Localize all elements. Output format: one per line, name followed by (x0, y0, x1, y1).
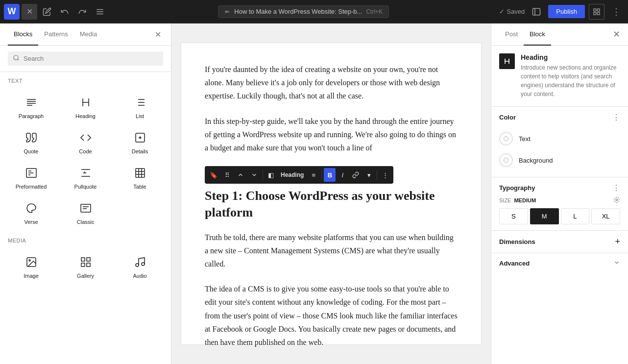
toolbar-divider-1 (263, 170, 263, 180)
svg-rect-3 (533, 8, 540, 15)
size-l-button[interactable]: L (561, 208, 590, 224)
block-info-desc: Introduce new sections and organize cont… (521, 63, 620, 98)
color-section-header: Color ⋮ (499, 113, 620, 122)
block-item-preformatted[interactable]: Preformatted (4, 159, 58, 194)
publish-button[interactable]: Publish (548, 5, 585, 18)
settings-button[interactable] (589, 4, 604, 20)
right-sidebar-close-button[interactable]: ✕ (613, 29, 620, 40)
url-bar[interactable]: ✒ How to Make a WordPress Website: Step-… (218, 5, 389, 18)
block-item-table[interactable]: Table (113, 159, 167, 194)
search-input[interactable] (24, 55, 158, 62)
toolbar-divider-2 (321, 170, 322, 180)
table-icon (131, 164, 149, 182)
url-bar-shortcut: Ctrl+K (366, 8, 383, 15)
toolbar-move-down-button[interactable] (248, 168, 261, 182)
toolbar-align-text-button[interactable]: ≡ (308, 168, 319, 182)
preformatted-label: Preformatted (16, 184, 47, 190)
block-item-heading[interactable]: Heading (58, 89, 113, 124)
block-item-code[interactable]: Code (58, 124, 113, 159)
svg-rect-30 (136, 169, 145, 177)
color-more-button[interactable]: ⋮ (612, 113, 620, 122)
block-item-details[interactable]: Details (113, 124, 167, 159)
block-item-image[interactable]: Image (4, 248, 58, 284)
heading-label: Heading (75, 113, 96, 119)
size-toggle-row: S M L XL (499, 208, 620, 224)
editor-heading[interactable]: Step 1: Choose WordPress as your website… (205, 188, 458, 221)
left-sidebar: Blocks Patterns Media ✕ TEXT Paragraph (0, 24, 171, 364)
verse-label: Verse (24, 219, 38, 225)
tab-media[interactable]: Media (74, 24, 103, 46)
list-label: List (136, 113, 144, 119)
advanced-title: Advanced (499, 260, 530, 267)
size-xl-button[interactable]: XL (591, 208, 620, 224)
dimensions-add-button[interactable]: + (615, 237, 620, 247)
toolbar-drag-button[interactable]: ⠿ (221, 168, 233, 182)
typography-title: Typography (499, 184, 535, 192)
quote-label: Quote (24, 148, 39, 154)
block-item-list[interactable]: List (113, 89, 167, 124)
classic-label: Classic (77, 219, 94, 225)
top-toolbar: W ✕ ✒ How to Make a WordPress Website: S… (0, 0, 628, 24)
block-info-icon (499, 53, 515, 69)
close-button[interactable]: ✕ (22, 4, 37, 20)
right-tab-post[interactable]: Post (499, 24, 524, 46)
toolbar-h2-button[interactable]: Heading (278, 168, 307, 182)
undo-button[interactable] (57, 4, 72, 20)
advanced-section[interactable]: Advanced (491, 253, 628, 273)
size-s-button[interactable]: S (499, 208, 528, 224)
toolbar-bold-button[interactable]: B (324, 168, 336, 182)
editor-area: If you're daunted by the idea of creatin… (171, 24, 491, 364)
audio-label: Audio (133, 273, 146, 279)
audio-icon (131, 253, 149, 271)
svg-line-10 (18, 59, 19, 61)
color-option-text[interactable]: Text (499, 128, 620, 149)
toolbar-link-button[interactable] (349, 168, 362, 182)
list-view-button[interactable] (92, 4, 108, 20)
list-icon (131, 94, 149, 111)
view-button[interactable] (529, 4, 544, 20)
block-item-paragraph[interactable]: Paragraph (4, 89, 58, 124)
block-item-pullquote[interactable]: Pullquote (58, 159, 113, 194)
details-icon (131, 129, 149, 146)
pullquote-icon (77, 164, 95, 182)
details-label: Details (132, 148, 148, 154)
color-option-background[interactable]: Background (499, 149, 620, 171)
heading-toolbar: 🔖 ⠿ ◧ Heading ≡ B I (205, 166, 393, 184)
sidebar-close-button[interactable]: ✕ (153, 28, 163, 41)
toolbar-italic-button[interactable]: I (337, 168, 348, 182)
block-item-verse[interactable]: Verse (4, 194, 58, 230)
url-bar-icon: ✒ (224, 8, 230, 16)
block-info-panel: Heading Introduce new sections and organ… (491, 46, 628, 107)
typography-more-button[interactable]: ⋮ (612, 183, 620, 193)
block-item-classic[interactable]: Classic (58, 194, 113, 230)
size-value-text: MEDIUM (514, 197, 536, 203)
svg-point-47 (504, 158, 508, 163)
size-settings-icon[interactable] (613, 196, 620, 204)
paragraph-icon (23, 94, 40, 111)
url-bar-text: How to Make a WordPress Website: Step-b.… (234, 8, 362, 15)
toolbar-more-button[interactable]: ⋮ (379, 168, 391, 182)
right-tab-block[interactable]: Block (524, 24, 551, 46)
redo-button[interactable] (74, 4, 90, 20)
block-item-audio[interactable]: Audio (113, 248, 167, 284)
block-item-quote[interactable]: Quote (4, 124, 58, 159)
tab-blocks[interactable]: Blocks (8, 24, 38, 46)
paragraph-4: The idea of a CMS is to give you some ea… (205, 282, 458, 349)
toolbar-align-button[interactable]: ◧ (265, 168, 277, 182)
more-options-button[interactable]: ⋮ (608, 4, 624, 20)
svg-rect-5 (594, 9, 596, 11)
tab-patterns[interactable]: Patterns (38, 24, 73, 46)
right-sidebar-tabs: Post Block ✕ (491, 24, 628, 46)
toolbar-move-button[interactable] (234, 168, 247, 182)
toolbar-chevron-button[interactable]: ▾ (363, 168, 375, 182)
svg-rect-43 (87, 263, 90, 267)
search-icon (13, 54, 20, 63)
wp-logo[interactable]: W (4, 4, 20, 20)
paragraph-5: But enough about the technicalities! As … (205, 361, 458, 364)
edit-button[interactable] (39, 4, 55, 20)
size-label-text: SIZE (499, 197, 511, 203)
editor-content[interactable]: If you're daunted by the idea of creatin… (181, 43, 481, 344)
toolbar-bookmark-button[interactable]: 🔖 (207, 168, 220, 182)
block-item-gallery[interactable]: Gallery (58, 248, 113, 284)
size-m-button[interactable]: M (530, 208, 559, 224)
